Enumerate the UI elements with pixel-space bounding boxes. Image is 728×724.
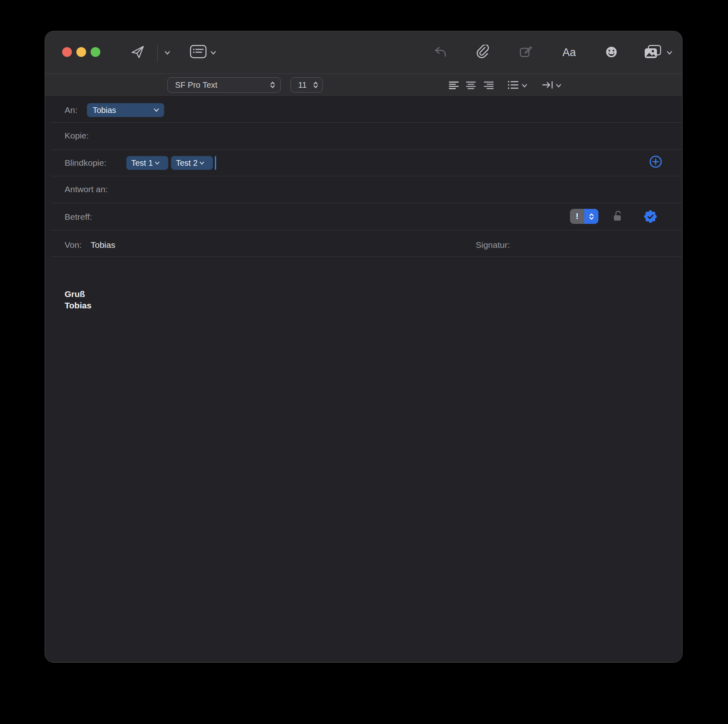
row-divider xyxy=(51,176,682,176)
indent-chevron-icon[interactable] xyxy=(556,84,561,88)
indent-icon[interactable] xyxy=(542,80,553,89)
priority-stepper[interactable] xyxy=(584,209,598,224)
lock-open-icon xyxy=(612,210,625,223)
zoom-button[interactable] xyxy=(91,47,100,57)
row-divider xyxy=(51,230,682,230)
recipient-token-label: Test 1 xyxy=(131,158,153,168)
recipient-token[interactable]: Test 1 xyxy=(126,156,168,170)
stepper-chevrons-icon xyxy=(313,80,318,89)
format-aa-button[interactable]: Aa xyxy=(562,46,576,59)
send-split-divider xyxy=(157,44,158,62)
emoji-icon[interactable] xyxy=(605,46,618,59)
minimize-button[interactable] xyxy=(76,47,86,57)
from-field-label: Von: xyxy=(65,240,82,250)
token-chevron-icon xyxy=(154,108,159,112)
list-style-chevron-icon[interactable] xyxy=(522,84,527,88)
font-family-select[interactable]: SF Pro Text xyxy=(167,77,281,93)
bcc-field-label: Blindkopie: xyxy=(65,158,106,168)
from-field-value[interactable]: Tobias xyxy=(91,240,115,250)
to-field-label: An: xyxy=(65,105,78,115)
header-fields-icon[interactable] xyxy=(190,45,207,59)
add-contact-plus-icon[interactable] xyxy=(649,155,663,169)
signature-label: Signatur: xyxy=(476,240,510,250)
list-style-icon[interactable] xyxy=(507,80,519,89)
token-chevron-icon xyxy=(199,161,204,165)
font-size-select[interactable]: 11 xyxy=(290,77,323,93)
recipient-token-label: Test 2 xyxy=(176,158,197,168)
text-cursor xyxy=(215,156,216,170)
recipient-token[interactable]: Test 2 xyxy=(171,156,213,170)
signed-seal-check-icon[interactable] xyxy=(643,209,658,224)
align-right-icon[interactable] xyxy=(483,81,494,90)
reply-to-field-input[interactable] xyxy=(130,183,666,197)
font-family-value: SF Pro Text xyxy=(168,80,270,90)
align-left-icon[interactable] xyxy=(448,81,459,90)
body-line: Gruß xyxy=(65,288,682,300)
compose-window: Aa SF Pro Text xyxy=(45,31,682,663)
undo-icon xyxy=(434,46,447,58)
stepper-chevrons-icon xyxy=(589,212,594,221)
reply-to-field-label: Antwort an: xyxy=(65,184,108,194)
format-bar: SF Pro Text 11 a B I U S xyxy=(45,74,682,97)
cc-field-label: Kopie: xyxy=(65,131,89,141)
priority-control[interactable]: ! xyxy=(570,209,598,224)
send-options-chevron-icon[interactable] xyxy=(164,50,171,55)
priority-exclamation[interactable]: ! xyxy=(570,209,584,224)
token-chevron-icon xyxy=(155,161,160,165)
recipient-token[interactable]: Tobias xyxy=(87,103,164,117)
send-icon[interactable] xyxy=(131,45,145,59)
align-center-icon[interactable] xyxy=(466,81,476,90)
message-body-text: Gruß Tobias xyxy=(65,288,682,311)
photos-icon[interactable] xyxy=(644,45,662,59)
header-fields-chevron-icon[interactable] xyxy=(210,50,217,55)
subject-field-label: Betreff: xyxy=(65,212,92,222)
toolbar: Aa xyxy=(45,31,682,74)
row-divider xyxy=(51,150,682,150)
font-size-value: 11 xyxy=(291,80,313,90)
photos-chevron-icon[interactable] xyxy=(666,50,673,55)
header-fields: An: Tobias Kopie: Blindkopie: Test 1 Tes… xyxy=(45,97,682,257)
row-divider xyxy=(51,203,682,203)
message-body-area[interactable]: Gruß Tobias xyxy=(45,257,682,662)
attachment-paperclip-icon[interactable] xyxy=(476,45,490,59)
close-button[interactable] xyxy=(62,47,72,57)
body-line: Tobias xyxy=(65,300,682,311)
markup-icon xyxy=(519,46,532,59)
recipient-token-label: Tobias xyxy=(93,106,116,115)
row-divider xyxy=(51,122,682,123)
cc-field-input[interactable] xyxy=(106,129,666,143)
stepper-chevrons-icon xyxy=(270,80,275,89)
subject-field-input[interactable] xyxy=(110,210,557,224)
